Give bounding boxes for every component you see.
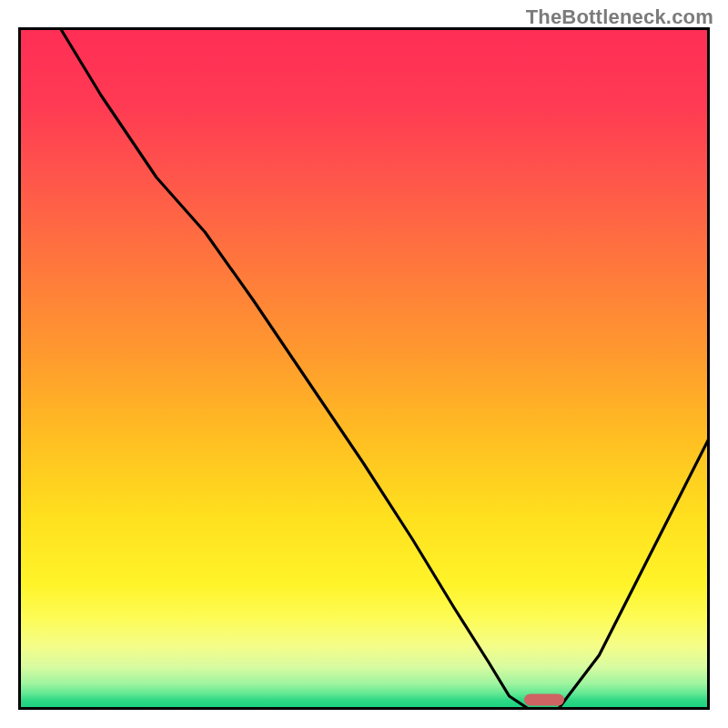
watermark-text: TheBottleneck.com [526,5,713,29]
optimum-marker [524,693,564,705]
plot-gradient-background [21,30,707,707]
chart-frame [18,27,710,710]
